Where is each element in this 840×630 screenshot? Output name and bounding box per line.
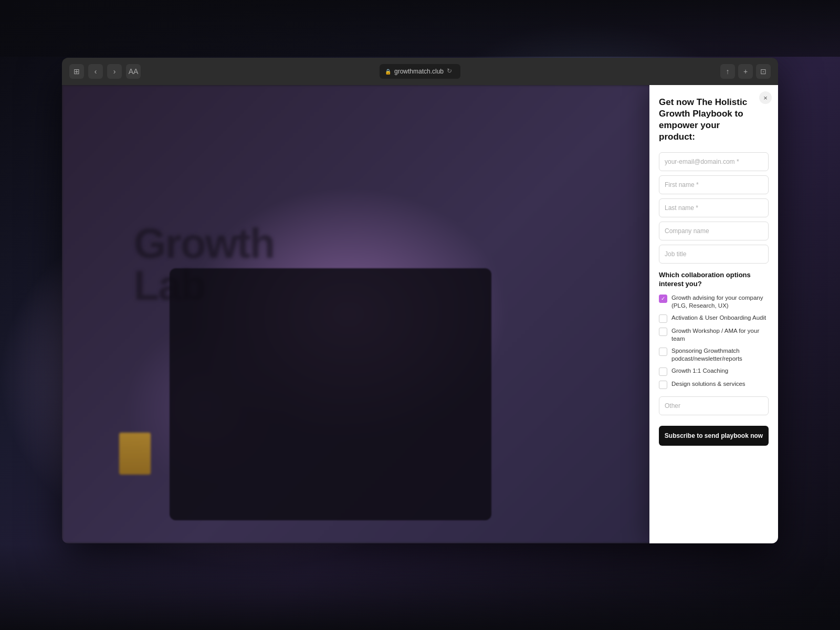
- job-title-input[interactable]: [659, 245, 769, 264]
- share-icon: ↑: [726, 67, 730, 76]
- checkbox-label-3: Sponsoring Growthmatch podcast/newslette…: [671, 347, 769, 363]
- close-button[interactable]: ×: [759, 91, 772, 104]
- browser-chrome: ⊞ ‹ › AA 🔒 growthmatch.club ↻ ↑ + ⊡: [62, 58, 778, 85]
- tab-overview-icon: ⊞: [74, 67, 80, 76]
- forward-button[interactable]: ›: [107, 64, 122, 79]
- extensions-icon: ⊡: [760, 67, 766, 76]
- checkbox-item-5[interactable]: Design solutions & services: [659, 380, 769, 389]
- checkboxes-container: ✓Growth advising for your company (PLG, …: [659, 294, 769, 389]
- section-title: Which collaboration options interest you…: [659, 271, 769, 289]
- modal-overlay: × Get now The Holistic Growth Playbook t…: [62, 85, 778, 543]
- lock-icon: 🔒: [385, 69, 391, 75]
- checkbox-label-5: Design solutions & services: [671, 380, 746, 388]
- url-text: growthmatch.club: [394, 68, 444, 75]
- checkbox-label-2: Growth Workshop / AMA for your team: [671, 327, 769, 343]
- checkbox-item-1[interactable]: Activation & User Onboarding Audit: [659, 314, 769, 323]
- back-icon: ‹: [94, 67, 97, 76]
- submit-button[interactable]: Subscribe to send playbook now: [659, 426, 769, 446]
- checkbox-box-2[interactable]: [659, 328, 667, 336]
- checkbox-box-0[interactable]: ✓: [659, 295, 667, 303]
- reader-mode-button[interactable]: AA: [126, 64, 141, 79]
- checkbox-label-1: Activation & User Onboarding Audit: [671, 314, 766, 322]
- modal-panel: × Get now The Holistic Growth Playbook t…: [649, 85, 778, 543]
- tab-overview-button[interactable]: ⊞: [69, 64, 84, 79]
- checkbox-box-3[interactable]: [659, 348, 667, 356]
- first-name-input[interactable]: [659, 175, 769, 194]
- new-tab-button[interactable]: +: [738, 64, 753, 79]
- checkbox-label-4: Growth 1:1 Coaching: [671, 367, 728, 375]
- checkbox-item-3[interactable]: Sponsoring Growthmatch podcast/newslette…: [659, 347, 769, 363]
- reload-icon[interactable]: ↻: [447, 67, 455, 76]
- forward-icon: ›: [113, 67, 116, 76]
- email-input[interactable]: [659, 152, 769, 171]
- extensions-button[interactable]: ⊡: [756, 64, 771, 79]
- address-bar: 🔒 growthmatch.club ↻: [380, 64, 460, 79]
- reader-icon: AA: [129, 67, 139, 76]
- email-group: [659, 152, 769, 171]
- share-button[interactable]: ↑: [720, 64, 735, 79]
- checkbox-box-1[interactable]: [659, 314, 667, 323]
- os-bottombar: [0, 544, 840, 630]
- browser-content: GrowthLab × Get now The Holistic Growth …: [62, 85, 778, 543]
- checkmark-icon: ✓: [661, 296, 665, 301]
- last-name-group: [659, 198, 769, 217]
- checkbox-label-0: Growth advising for your company (PLG, R…: [671, 294, 769, 310]
- checkbox-box-4[interactable]: [659, 368, 667, 376]
- checkbox-box-5[interactable]: [659, 381, 667, 389]
- checkbox-item-0[interactable]: ✓Growth advising for your company (PLG, …: [659, 294, 769, 310]
- company-input[interactable]: [659, 222, 769, 240]
- new-tab-icon: +: [743, 67, 748, 76]
- company-group: [659, 222, 769, 240]
- back-button[interactable]: ‹: [88, 64, 103, 79]
- browser-actions: ↑ + ⊡: [720, 64, 771, 79]
- other-input[interactable]: [659, 396, 769, 415]
- modal-title: Get now The Holistic Growth Playbook to …: [659, 97, 769, 143]
- last-name-input[interactable]: [659, 198, 769, 217]
- browser-window: ⊞ ‹ › AA 🔒 growthmatch.club ↻ ↑ + ⊡: [62, 58, 778, 543]
- os-topbar: [0, 0, 840, 57]
- close-icon: ×: [763, 94, 768, 101]
- job-title-group: [659, 245, 769, 264]
- first-name-group: [659, 175, 769, 194]
- checkbox-item-4[interactable]: Growth 1:1 Coaching: [659, 367, 769, 376]
- other-group: [659, 393, 769, 415]
- checkbox-item-2[interactable]: Growth Workshop / AMA for your team: [659, 327, 769, 343]
